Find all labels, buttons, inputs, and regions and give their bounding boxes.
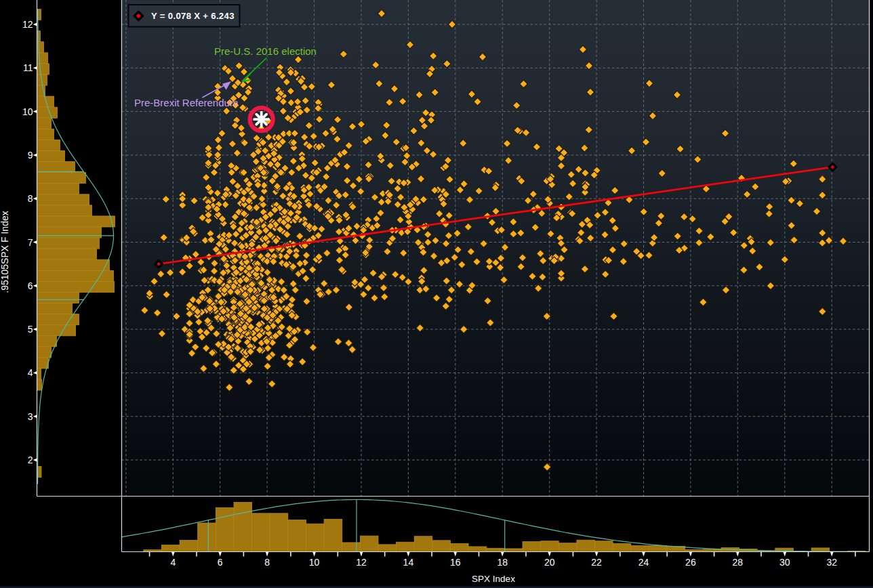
svg-text:14: 14 bbox=[403, 557, 414, 568]
svg-text:30: 30 bbox=[779, 557, 790, 568]
svg-text:22: 22 bbox=[591, 557, 602, 568]
svg-text:5: 5 bbox=[28, 324, 33, 335]
svg-text:20: 20 bbox=[544, 557, 555, 568]
svg-text:4: 4 bbox=[28, 367, 33, 378]
svg-text:4: 4 bbox=[170, 557, 176, 568]
svg-text:6: 6 bbox=[28, 280, 33, 291]
svg-text:6: 6 bbox=[218, 557, 223, 568]
svg-text:10: 10 bbox=[22, 106, 33, 117]
svg-text:8: 8 bbox=[28, 193, 33, 204]
svg-text:9: 9 bbox=[28, 150, 33, 161]
svg-text:11: 11 bbox=[23, 62, 33, 73]
svg-text:28: 28 bbox=[733, 557, 744, 568]
svg-text:3: 3 bbox=[28, 411, 33, 422]
svg-text:2: 2 bbox=[28, 455, 33, 465]
svg-text:SPX Index: SPX Index bbox=[472, 574, 515, 584]
svg-text:Y = 0.078 X + 6.243: Y = 0.078 X + 6.243 bbox=[151, 11, 235, 21]
svg-text:.95105SPX F Index: .95105SPX F Index bbox=[0, 211, 10, 293]
svg-text:10: 10 bbox=[309, 557, 320, 568]
svg-text:Pre-Brexit Referendum: Pre-Brexit Referendum bbox=[134, 97, 238, 108]
svg-text:7: 7 bbox=[28, 237, 33, 248]
svg-text:16: 16 bbox=[450, 557, 461, 568]
svg-text:8: 8 bbox=[264, 557, 270, 568]
svg-text:26: 26 bbox=[685, 557, 696, 568]
svg-text:18: 18 bbox=[497, 557, 508, 568]
svg-text:24: 24 bbox=[638, 557, 649, 568]
svg-text:32: 32 bbox=[826, 557, 837, 568]
svg-text:12: 12 bbox=[356, 557, 367, 568]
svg-text:12: 12 bbox=[22, 19, 33, 30]
svg-text:Pre-U.S. 2016 election: Pre-U.S. 2016 election bbox=[214, 45, 317, 57]
